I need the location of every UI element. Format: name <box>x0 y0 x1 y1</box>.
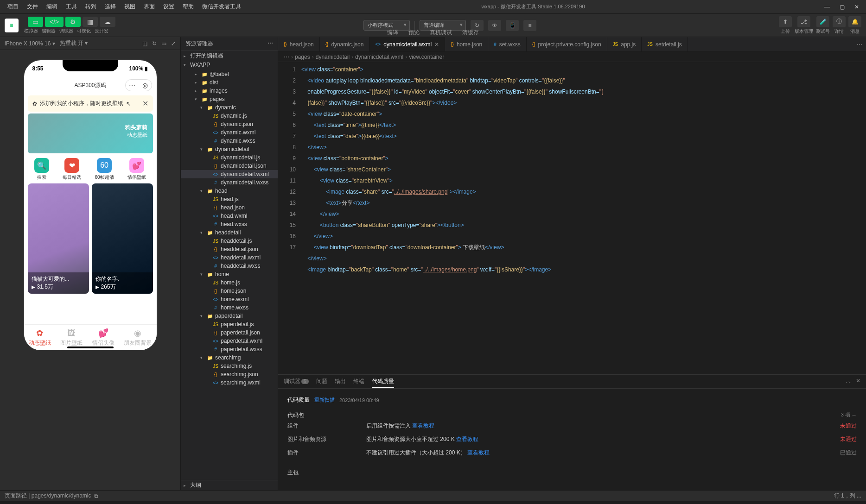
quick-item[interactable]: 💕情侣壁纸 <box>127 158 146 181</box>
close-icon[interactable]: ✕ <box>434 41 439 48</box>
tab-item[interactable]: ✿动态壁纸 <box>29 328 51 347</box>
more-tabs-icon[interactable]: ⋯ <box>853 37 866 51</box>
editor-tab[interactable]: {}home.json <box>445 37 488 51</box>
visual-button[interactable]: ▦ <box>83 17 98 27</box>
toolbar-action[interactable]: ⎇ <box>797 16 810 27</box>
menu-item[interactable]: 文件 <box>23 1 42 13</box>
tree-item[interactable]: {}paperdetail.json <box>181 328 278 337</box>
tree-item[interactable]: ▸📁images <box>181 87 278 95</box>
tree-item[interactable]: #head.wxss <box>181 220 278 228</box>
tree-item[interactable]: <>searchimg.wxml <box>181 378 278 387</box>
wallpaper-card[interactable]: 你的名字. ▶ 265万 <box>92 183 153 294</box>
tab-item[interactable]: 🖼图片壁纸 <box>60 328 83 347</box>
editor-tab[interactable]: {}head.json <box>278 37 320 51</box>
tree-item[interactable]: <>head.wxml <box>181 212 278 220</box>
cursor-position[interactable]: 行 1，列 ... <box>834 492 861 500</box>
tree-item[interactable]: #dynamic.wxss <box>181 137 278 145</box>
copy-icon[interactable]: ⧉ <box>94 493 98 499</box>
menu-item[interactable]: 选择 <box>101 1 120 13</box>
panel-tab[interactable]: 终端 <box>353 376 364 387</box>
banner[interactable]: ✿ 添加到我的小程序，随时更换壁纸 ↖ ✕ <box>28 95 153 112</box>
toolbar-action[interactable]: ⬆ <box>779 16 792 27</box>
editor-tab[interactable]: {}dynamic.json <box>320 37 370 51</box>
tree-item[interactable]: #paperdetail.wxss <box>181 345 278 353</box>
tree-item[interactable]: {}dynamicdetail.json <box>181 162 278 170</box>
panel-tab[interactable]: 问题 <box>316 376 327 387</box>
hotreload-toggle[interactable]: 热重载 开 ▾ <box>60 39 88 47</box>
menu-item[interactable]: 视图 <box>121 1 139 13</box>
device-icon[interactable]: 📱 <box>506 20 519 31</box>
tree-item[interactable]: #dynamicdetail.wxss <box>181 178 278 187</box>
tutorial-link[interactable]: 查看教程 <box>412 422 434 429</box>
tree-item[interactable]: <>home.wxml <box>181 295 278 303</box>
sim-icon[interactable]: ⤢ <box>171 40 176 47</box>
tab-item[interactable]: ◉朋友圈背景 <box>124 328 152 347</box>
tree-item[interactable]: ▾📁headdetail <box>181 228 278 237</box>
close-icon[interactable]: ✕ <box>856 376 860 387</box>
cloud-button[interactable]: ☁ <box>100 17 115 27</box>
section-outline[interactable]: ▸大纲 <box>181 480 278 490</box>
quick-item[interactable]: ❤每日精选 <box>63 158 81 181</box>
tree-item[interactable]: {}home.json <box>181 287 278 295</box>
menu-item[interactable]: 项目 <box>4 1 22 13</box>
minimize-button[interactable]: — <box>821 1 833 13</box>
close-button[interactable]: ✕ <box>851 1 862 13</box>
section-project[interactable]: ▾WXAPP <box>181 61 278 69</box>
clear-icon[interactable]: ≡ <box>523 20 536 31</box>
tree-item[interactable]: JSheaddetail.js <box>181 237 278 245</box>
tree-item[interactable]: {}dynamic.json <box>181 120 278 128</box>
quick-item[interactable]: 🔍搜索 <box>34 158 49 181</box>
wallpaper-card[interactable]: 猫猫大可爱的... ▶ 31.5万 <box>28 183 89 294</box>
sim-icon[interactable]: ◫ <box>142 40 147 47</box>
tree-item[interactable]: JShead.js <box>181 195 278 203</box>
tree-item[interactable]: JShome.js <box>181 278 278 287</box>
editor-tab[interactable]: JSapp.js <box>607 37 642 51</box>
quick-item[interactable]: 6060帧超清 <box>95 158 114 181</box>
tree-item[interactable]: JSdynamicdetail.js <box>181 153 278 162</box>
chevron-up-icon[interactable]: ︿ <box>846 376 851 387</box>
tree-item[interactable]: {}headdetail.json <box>181 245 278 253</box>
code-editor[interactable]: 1234567891011121314151617 <view class="c… <box>278 62 866 374</box>
tree-item[interactable]: #headdetail.wxss <box>181 262 278 270</box>
editor-button[interactable]: </> <box>45 17 64 27</box>
tree-item[interactable]: JSdynamic.js <box>181 112 278 120</box>
panel-tab[interactable]: 调试器5 <box>284 376 309 387</box>
tree-item[interactable]: <>headdetail.wxml <box>181 253 278 262</box>
menu-item[interactable]: 设置 <box>159 1 178 13</box>
editor-tab[interactable]: {}project.private.config.json <box>527 37 607 51</box>
toolbar-action[interactable]: 🧪 <box>816 16 829 27</box>
simulator-button[interactable]: ▭ <box>28 17 43 27</box>
editor-tab[interactable]: JSsetdetail.js <box>642 37 688 51</box>
tree-item[interactable]: ▾📁home <box>181 270 278 278</box>
tree-item[interactable]: ▸📁@babel <box>181 70 278 78</box>
menu-item[interactable]: 编辑 <box>43 1 61 13</box>
editor-tab[interactable]: #set.wxss <box>488 37 527 51</box>
tree-item[interactable]: #home.wxss <box>181 303 278 312</box>
menu-item[interactable]: 转到 <box>82 1 100 13</box>
menu-item[interactable]: 工具 <box>62 1 81 13</box>
toolbar-action[interactable]: ⓘ <box>833 16 846 27</box>
tree-item[interactable]: ▾📁searchimg <box>181 353 278 362</box>
item-count[interactable]: 3 项 ︿ <box>841 411 857 419</box>
tree-item[interactable]: {}searchimg.json <box>181 370 278 378</box>
menu-item[interactable]: 帮助 <box>179 1 197 13</box>
close-icon[interactable]: ✕ <box>142 99 148 108</box>
panel-tab[interactable]: 输出 <box>335 376 346 387</box>
device-selector[interactable]: iPhone X 100% 16 ▾ <box>5 40 55 47</box>
sim-icon[interactable]: ↻ <box>152 40 157 47</box>
menu-item[interactable]: 微信开发者工具 <box>198 1 245 13</box>
tree-item[interactable]: JSsearchimg.js <box>181 362 278 370</box>
tree-item[interactable]: ▾📁head <box>181 187 278 195</box>
tree-item[interactable]: <>dynamicdetail.wxml <box>181 170 278 178</box>
debugger-button[interactable]: ⚙ <box>65 17 81 27</box>
menu-item[interactable]: 界面 <box>140 1 159 13</box>
editor-tab[interactable]: <>dynamicdetail.wxml✕ <box>369 37 445 51</box>
page-path[interactable]: 页面路径 | pages/dynamic/dynamic <box>5 492 91 500</box>
tree-item[interactable]: ▸📁dist <box>181 78 278 87</box>
sim-icon[interactable]: ▭ <box>161 40 166 47</box>
tree-item[interactable]: <>paperdetail.wxml <box>181 337 278 345</box>
more-icon[interactable]: ⋯ <box>267 40 273 48</box>
tree-item[interactable]: ▾📁dynamic <box>181 103 278 112</box>
target-icon[interactable]: ◎ <box>139 80 152 91</box>
tree-item[interactable]: ▾📁pages <box>181 95 278 103</box>
